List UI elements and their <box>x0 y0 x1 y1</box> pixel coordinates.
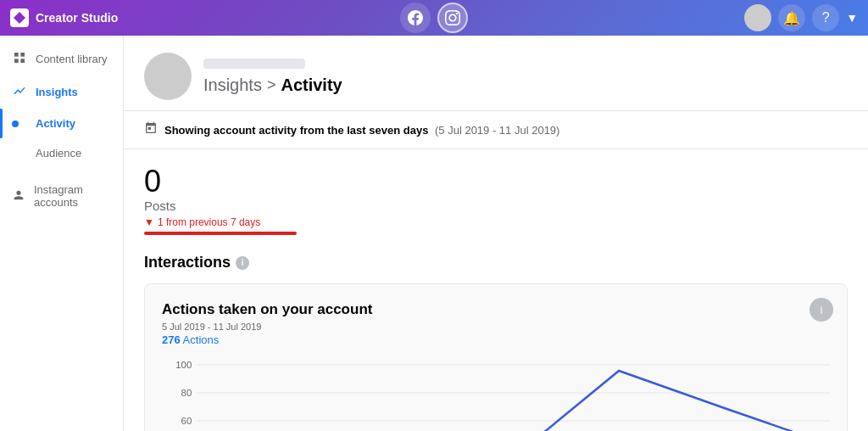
brand-title: Creator Studio <box>36 11 118 25</box>
chart-card: Actions taken on your account 5 Jul 2019… <box>144 283 848 431</box>
svg-text:100: 100 <box>175 360 192 370</box>
svg-rect-0 <box>14 53 19 57</box>
activity-dot <box>12 120 19 127</box>
chart-title: Actions taken on your account <box>162 301 830 318</box>
chart-count: 276 <box>162 333 181 346</box>
info-bar-bold: Showing account activity from the last s… <box>164 124 428 137</box>
profile-name-placeholder <box>203 59 305 69</box>
info-bar-date: (5 Jul 2019 - 11 Jul 2019) <box>435 124 559 137</box>
stats-section: 0 Posts ▼ 1 from previous 7 days <box>124 149 868 243</box>
sidebar-item-content-library[interactable]: Content library <box>0 42 123 76</box>
sidebar-item-label: Activity <box>24 117 75 130</box>
change-text: 1 from previous 7 days <box>158 216 260 228</box>
interactions-section: Interactions i Actions taken on your acc… <box>124 243 868 431</box>
sidebar-item-insights[interactable]: Insights <box>0 76 123 109</box>
top-nav-right: 🔔 ? ▼ <box>744 4 858 31</box>
breadcrumb: Insights > Activity <box>203 76 342 95</box>
platform-switcher <box>400 3 468 33</box>
svg-rect-3 <box>20 59 25 63</box>
breadcrumb-separator: > <box>267 76 276 94</box>
chart-date-range: 5 Jul 2019 - 11 Jul 2019 <box>162 322 830 332</box>
chart-actions-label: Actions <box>183 333 220 346</box>
chart-info-btn[interactable]: i <box>810 298 833 322</box>
stat-change: ▼ 1 from previous 7 days <box>144 216 848 228</box>
breadcrumb-activity: Activity <box>281 76 342 95</box>
instagram-platform-btn[interactable] <box>437 3 468 33</box>
insights-icon <box>12 84 27 100</box>
content-area: Insights > Activity Showing account acti… <box>124 36 868 431</box>
chart-line <box>197 371 830 431</box>
change-arrow: ▼ <box>144 216 154 228</box>
svg-rect-2 <box>14 59 19 63</box>
interactions-info-icon[interactable]: i <box>236 256 249 270</box>
chart-svg: 100 80 60 40 20 <box>162 356 830 431</box>
sidebar-item-label: Insights <box>36 86 78 98</box>
brand: Creator Studio <box>10 8 118 27</box>
profile-header: Insights > Activity <box>124 36 868 111</box>
notifications-btn[interactable]: 🔔 <box>778 4 805 31</box>
chart-summary: 276 Actions <box>162 333 830 346</box>
sidebar-item-instagram-accounts[interactable]: Instagram accounts <box>0 175 123 217</box>
svg-rect-1 <box>20 53 25 57</box>
user-dropdown-btn[interactable]: ▼ <box>846 11 858 25</box>
help-btn[interactable]: ? <box>812 4 839 31</box>
facebook-platform-btn[interactable] <box>400 3 431 33</box>
main-layout: Content library Insights Activity Audien… <box>0 36 868 431</box>
sidebar-item-activity[interactable]: Activity <box>0 109 123 138</box>
chart-container: 100 80 60 40 20 <box>162 356 830 431</box>
svg-text:60: 60 <box>181 416 192 426</box>
interactions-label: Interactions <box>144 254 231 271</box>
svg-text:80: 80 <box>181 388 192 398</box>
sidebar-item-audience[interactable]: Audience <box>0 138 123 168</box>
content-library-icon <box>12 51 27 67</box>
info-bar-text: Showing account activity from the last s… <box>164 124 559 137</box>
info-bar: Showing account activity from the last s… <box>124 111 868 149</box>
sidebar-item-label: Audience <box>24 147 81 160</box>
brand-icon <box>10 8 29 27</box>
profile-avatar <box>144 53 192 100</box>
posts-label: Posts <box>144 199 848 213</box>
avatar <box>744 4 771 31</box>
stat-bar <box>144 232 297 235</box>
sidebar-item-label: Instagram accounts <box>34 183 111 209</box>
top-nav: Creator Studio 🔔 ? ▼ <box>0 0 868 36</box>
profile-info: Insights > Activity <box>203 59 342 95</box>
sidebar: Content library Insights Activity Audien… <box>0 36 124 431</box>
calendar-icon <box>144 121 158 138</box>
sidebar-item-label: Content library <box>36 53 108 65</box>
instagram-accounts-icon <box>12 188 25 204</box>
breadcrumb-insights: Insights <box>203 76 262 95</box>
posts-count: 0 <box>144 166 848 197</box>
interactions-title: Interactions i <box>144 254 848 271</box>
